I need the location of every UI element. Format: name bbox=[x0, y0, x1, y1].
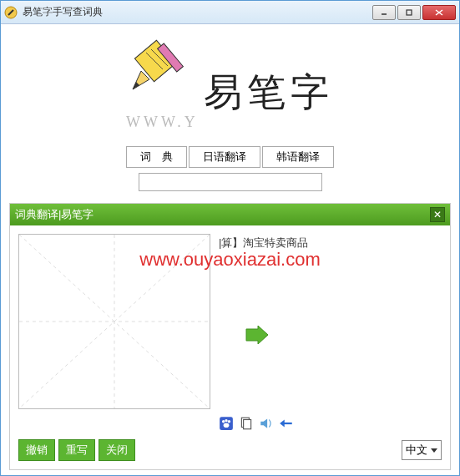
window-title: 易笔字手写查词典 bbox=[23, 5, 372, 19]
app-icon bbox=[4, 6, 18, 19]
content: 易笔字 WWW.Y 词 典 日语翻译 韩语翻译 词典翻译|易笔字 ✕ www.o… bbox=[1, 24, 459, 475]
panel-title: 词典翻译|易笔字 bbox=[15, 207, 430, 222]
svg-point-17 bbox=[222, 420, 225, 423]
svg-point-20 bbox=[224, 423, 230, 428]
titlebar: 易笔字手写查词典 bbox=[1, 1, 459, 24]
panel-body: www.ouyaoxiazai.com |算】淘宝特卖商品 bbox=[10, 225, 450, 469]
tab-bar: 词 典 日语翻译 韩语翻译 bbox=[9, 146, 451, 168]
svg-marker-15 bbox=[246, 326, 268, 344]
copy-icon[interactable] bbox=[239, 416, 254, 431]
submit-arrow-button[interactable] bbox=[245, 326, 270, 344]
svg-rect-2 bbox=[407, 10, 412, 15]
back-icon[interactable] bbox=[279, 416, 294, 431]
svg-marker-23 bbox=[260, 418, 267, 428]
close-button[interactable] bbox=[422, 5, 456, 20]
language-select[interactable]: 中文 bbox=[402, 440, 442, 460]
result-text: |算】淘宝特卖商品 bbox=[219, 234, 442, 409]
search-input[interactable] bbox=[139, 173, 322, 191]
undo-button[interactable]: 撤销 bbox=[18, 439, 55, 461]
window-buttons bbox=[372, 5, 456, 20]
svg-marker-26 bbox=[431, 448, 437, 453]
search-bar bbox=[9, 173, 451, 191]
svg-point-18 bbox=[225, 419, 227, 422]
svg-point-19 bbox=[228, 420, 230, 423]
tab-japanese[interactable]: 日语翻译 bbox=[189, 146, 260, 168]
translate-panel: 词典翻译|易笔字 ✕ www.ouyaoxiazai.com |算】淘宝特卖商品 bbox=[9, 203, 451, 470]
upper-row: |算】淘宝特卖商品 bbox=[18, 234, 442, 409]
bottom-row: 撤销 重写 关闭 中文 bbox=[18, 439, 442, 461]
maximize-button[interactable] bbox=[397, 5, 421, 20]
handwriting-canvas[interactable] bbox=[18, 234, 210, 409]
svg-marker-25 bbox=[280, 419, 285, 427]
icon-row bbox=[18, 416, 442, 431]
panel-close-button[interactable]: ✕ bbox=[430, 207, 445, 222]
chevron-down-icon bbox=[431, 447, 437, 453]
paw-icon[interactable] bbox=[219, 416, 234, 431]
sound-icon[interactable] bbox=[259, 416, 274, 431]
panel-header: 词典翻译|易笔字 ✕ bbox=[10, 204, 450, 225]
svg-rect-22 bbox=[244, 419, 251, 428]
rewrite-button[interactable]: 重写 bbox=[58, 439, 95, 461]
logo-area: 易笔字 WWW.Y bbox=[9, 38, 451, 131]
pencil-logo-icon bbox=[126, 38, 193, 96]
logo-text: 易笔字 bbox=[204, 67, 334, 119]
tab-dictionary[interactable]: 词 典 bbox=[126, 146, 187, 168]
close-panel-button[interactable]: 关闭 bbox=[99, 439, 135, 461]
app-window: 易笔字手写查词典 易笔字 WWW.Y 词 典 日语翻译 韩语翻译 bbox=[0, 0, 460, 476]
tab-korean[interactable]: 韩语翻译 bbox=[262, 146, 334, 168]
language-selected: 中文 bbox=[406, 443, 427, 458]
minimize-button[interactable] bbox=[372, 5, 396, 20]
